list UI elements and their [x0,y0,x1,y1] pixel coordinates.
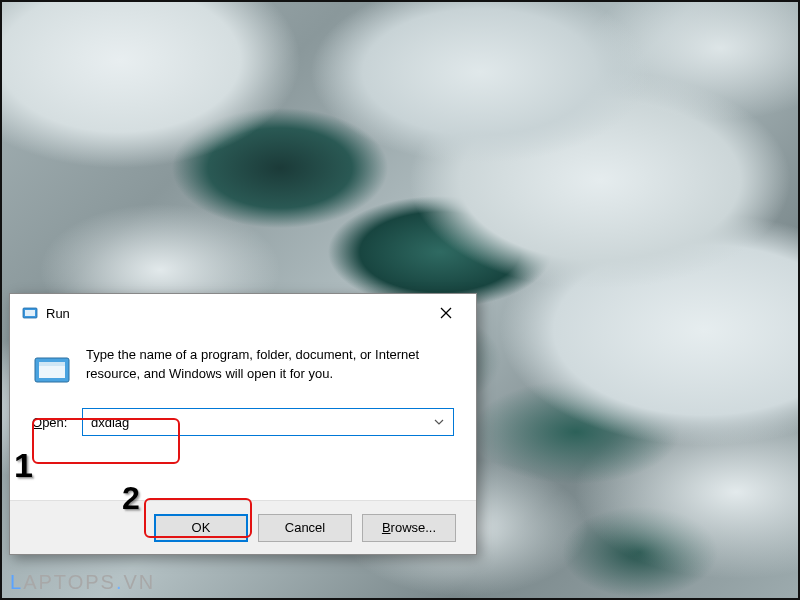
ok-button[interactable]: OK [154,514,248,542]
svg-rect-2 [25,310,35,316]
open-combobox[interactable] [82,408,454,436]
dialog-body: Type the name of a program, folder, docu… [10,332,476,500]
browse-button[interactable]: Browse... [362,514,456,542]
cancel-button[interactable]: Cancel [258,514,352,542]
svg-rect-8 [39,362,65,366]
watermark: LAPTOPS.VN [10,571,155,594]
open-label: Open: [32,415,72,430]
run-dialog: Run Type the name of a program, folder, … [9,293,477,555]
close-icon [440,307,452,319]
titlebar[interactable]: Run [10,294,476,332]
dialog-title: Run [46,306,424,321]
chevron-down-icon [434,419,444,425]
close-button[interactable] [424,298,468,328]
run-icon [22,305,38,321]
button-row: OK Cancel Browse... [10,500,476,554]
dialog-description: Type the name of a program, folder, docu… [86,346,454,384]
combo-dropdown-button[interactable] [429,409,449,435]
run-large-icon [32,350,72,390]
open-input[interactable] [91,409,429,435]
